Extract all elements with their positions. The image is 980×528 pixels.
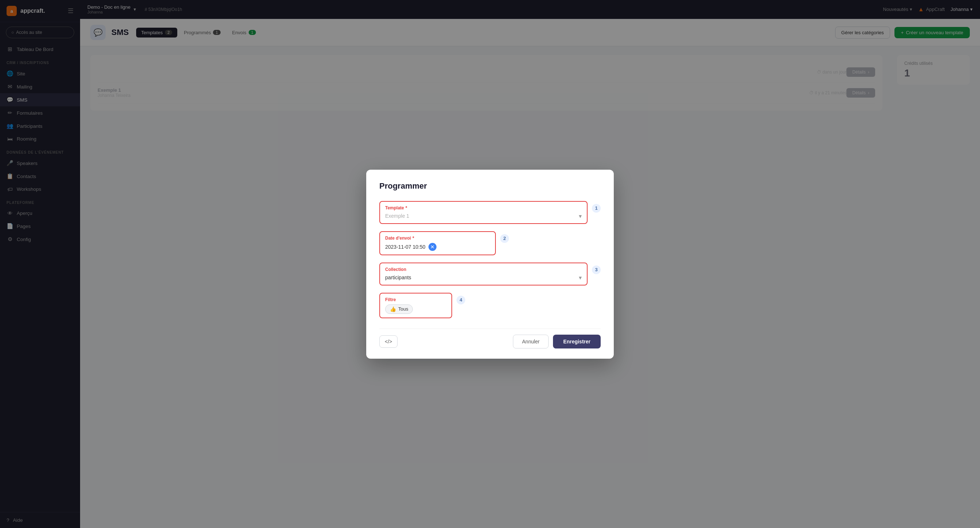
date-envoi-field-group: Date d'envoi * 2023-11-07 10:50 ✕ 2 (379, 231, 601, 255)
date-step: 2 (500, 234, 509, 243)
modal-title: Programmer (379, 181, 601, 191)
template-step: 1 (592, 204, 601, 213)
template-input[interactable]: Exemple 1 ▾ (385, 213, 582, 219)
modal-footer: </> Annuler Enregistrer (379, 328, 601, 348)
filtre-field-group: Filtre 👍 Tous 4 (379, 293, 601, 318)
collection-step: 3 (592, 266, 601, 274)
template-required: * (406, 205, 407, 210)
collection-value: participants (385, 275, 411, 280)
collection-field-group: Collection participants ▾ 3 (379, 262, 601, 285)
template-placeholder: Exemple 1 (385, 213, 409, 219)
filter-chip-tous[interactable]: 👍 Tous (385, 304, 413, 314)
collection-field-container: Collection participants ▾ (379, 262, 587, 285)
filter-chip-icon: 👍 (390, 306, 396, 312)
filter-chip-label: Tous (398, 306, 408, 312)
code-button[interactable]: </> (379, 336, 398, 348)
template-dropdown-icon: ▾ (579, 213, 582, 219)
save-button[interactable]: Enregistrer (553, 335, 601, 348)
date-envoi-label: Date d'envoi * (385, 235, 490, 241)
template-field-container: Template * Exemple 1 ▾ (379, 201, 587, 224)
collection-label: Collection (385, 267, 582, 272)
modal-actions: Annuler Enregistrer (513, 335, 601, 348)
filtre-label: Filtre (385, 297, 446, 302)
filtre-field-container: Filtre 👍 Tous (379, 293, 452, 318)
filtre-step: 4 (457, 296, 465, 304)
collection-dropdown-icon: ▾ (579, 274, 582, 281)
date-clear-button[interactable]: ✕ (428, 243, 436, 251)
cancel-button[interactable]: Annuler (513, 335, 549, 348)
date-input-row: 2023-11-07 10:50 ✕ (385, 243, 490, 251)
modal-overlay[interactable]: Programmer Template * Exemple 1 ▾ 1 (0, 0, 980, 528)
template-field-group: Template * Exemple 1 ▾ 1 (379, 201, 601, 224)
date-required: * (412, 235, 414, 241)
programmer-modal: Programmer Template * Exemple 1 ▾ 1 (366, 170, 614, 359)
template-label: Template * (385, 205, 582, 210)
date-value: 2023-11-07 10:50 (385, 244, 426, 250)
collection-input[interactable]: participants ▾ (385, 274, 582, 281)
date-envoi-field-container: Date d'envoi * 2023-11-07 10:50 ✕ (379, 231, 496, 255)
